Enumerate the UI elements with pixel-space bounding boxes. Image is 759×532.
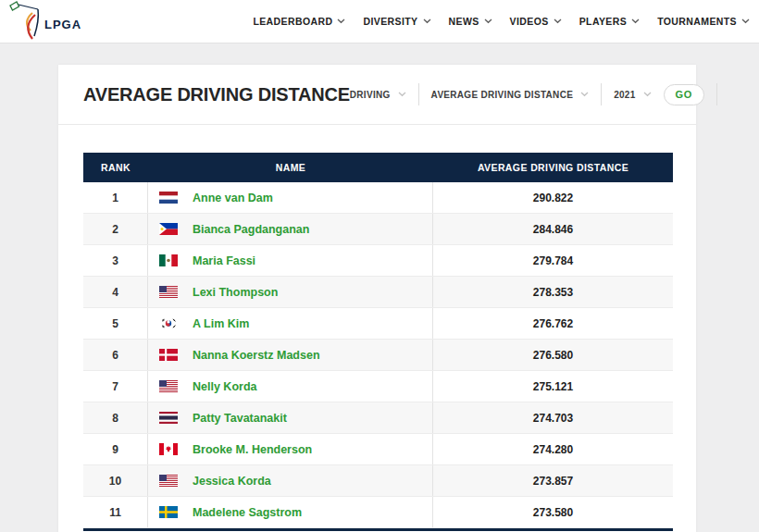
player-name-link[interactable]: Bianca Pagdanganan: [193, 223, 309, 236]
player-name-link[interactable]: Anne van Dam: [193, 192, 273, 204]
table-row: 10Jessica Korda273.857: [83, 465, 673, 497]
go-button[interactable]: GO: [664, 84, 704, 105]
player-name-cell[interactable]: Brooke M. Henderson: [148, 434, 433, 464]
flag-phi-icon: [159, 223, 178, 235]
value-cell: 278.353: [433, 277, 673, 307]
player-name-cell[interactable]: Bianca Pagdanganan: [148, 214, 433, 244]
player-name-cell[interactable]: Nanna Koerstz Madsen: [148, 340, 433, 370]
nav-item-news[interactable]: NEWS: [449, 16, 492, 27]
table-row: 8Patty Tavatanakit274.703: [83, 402, 673, 434]
value-cell: 276.762: [433, 308, 673, 339]
player-name-cell[interactable]: Jessica Korda: [148, 465, 433, 496]
table-row: 6Nanna Koerstz Madsen276.580: [83, 340, 673, 371]
player-name-link[interactable]: Madelene Sagstrom: [193, 506, 302, 519]
table-row: 9Brooke M. Henderson274.280: [83, 434, 673, 465]
nav-item-tournaments[interactable]: TOURNAMENTS: [657, 16, 750, 27]
player-name-cell[interactable]: A Lim Kim: [148, 308, 433, 339]
player-name-cell[interactable]: Maria Fassi: [148, 245, 433, 276]
player-name-cell[interactable]: Nelly Korda: [148, 371, 433, 402]
chevron-down-icon: [337, 19, 345, 24]
year-dropdown-value: 2021: [614, 90, 635, 100]
player-name-cell[interactable]: Anne van Dam: [148, 182, 433, 213]
player-name-cell[interactable]: Lexi Thompson: [148, 277, 433, 307]
main-nav-menu: LEADERBOARDDIVERSITYNEWSVIDEOSPLAYERSTOU…: [253, 16, 750, 27]
stats-table: RANK NAME AVERAGE DRIVING DISTANCE 1Anne…: [83, 153, 673, 531]
player-name-link[interactable]: Lexi Thompson: [193, 286, 278, 299]
rank-cell: 1: [83, 182, 148, 213]
flag-den-icon: [159, 349, 178, 361]
player-name-cell[interactable]: Patty Tavatanakit: [148, 402, 433, 433]
flag-can-icon: [159, 443, 178, 455]
player-name-link[interactable]: Nelly Korda: [193, 380, 256, 393]
table-row: 2Bianca Pagdanganan284.846: [83, 214, 673, 245]
player-name-cell[interactable]: Madelene Sagstrom: [148, 497, 433, 527]
category-dropdown[interactable]: DRIVING: [350, 90, 406, 100]
nav-item-label: VIDEOS: [510, 16, 549, 27]
nav-item-players[interactable]: PLAYERS: [579, 16, 640, 27]
filter-divider: [716, 83, 717, 105]
lpga-golfer-icon: [7, 0, 43, 43]
chevron-down-icon: [741, 19, 750, 24]
stat-dropdown-value: AVERAGE DRIVING DISTANCE: [431, 90, 574, 100]
year-dropdown[interactable]: 2021: [614, 90, 651, 100]
chevron-down-icon: [580, 92, 589, 97]
value-cell: 290.822: [433, 182, 673, 213]
value-cell: 284.846: [433, 214, 673, 244]
rank-cell: 6: [83, 340, 148, 370]
player-name-link[interactable]: Patty Tavatanakit: [193, 412, 287, 425]
table-row: 7Nelly Korda275.121: [83, 371, 673, 402]
nav-item-label: DIVERSITY: [363, 16, 417, 27]
nav-item-videos[interactable]: VIDEOS: [510, 16, 562, 27]
value-cell: 279.784: [433, 245, 673, 276]
player-name-link[interactable]: A Lim Kim: [193, 317, 249, 330]
flag-usa-icon: [159, 475, 178, 487]
flag-nld-icon: [159, 192, 178, 204]
player-name-link[interactable]: Brooke M. Henderson: [193, 443, 312, 456]
filter-divider: [601, 83, 602, 105]
nav-item-label: LEADERBOARD: [253, 16, 332, 27]
rank-cell: 3: [83, 245, 148, 276]
value-cell: 276.580: [433, 340, 673, 370]
page-title: AVERAGE DRIVING DISTANCE: [83, 84, 350, 105]
flag-usa-icon: [159, 286, 178, 298]
stat-filters: DRIVING AVERAGE DRIVING DISTANCE 2021 GO: [350, 83, 717, 105]
table-row: 1Anne van Dam290.822: [83, 182, 673, 214]
filter-divider: [418, 83, 419, 105]
rank-cell: 11: [83, 497, 148, 527]
value-cell: 275.121: [433, 371, 673, 402]
flag-kor-icon: [159, 317, 178, 329]
rank-cell: 4: [83, 277, 148, 307]
table-row: 3Maria Fassi279.784: [83, 245, 673, 277]
value-cell: 273.857: [433, 465, 673, 496]
table-row: 5A Lim Kim276.762: [83, 308, 673, 340]
rank-cell: 7: [83, 371, 148, 402]
nav-item-label: NEWS: [449, 16, 479, 27]
value-cell: 274.280: [433, 434, 673, 464]
category-dropdown-value: DRIVING: [350, 90, 391, 100]
value-cell: 273.580: [433, 497, 673, 527]
chevron-down-icon: [423, 19, 431, 24]
stats-card: AVERAGE DRIVING DISTANCE DRIVING AVERAGE…: [58, 65, 696, 532]
player-name-link[interactable]: Nanna Koerstz Madsen: [193, 349, 320, 362]
table-row: 4Lexi Thompson278.353: [83, 277, 673, 308]
flag-swe-icon: [159, 506, 178, 518]
rank-cell: 5: [83, 308, 148, 339]
chevron-down-icon: [484, 19, 492, 24]
chevron-down-icon: [398, 92, 406, 97]
stat-dropdown[interactable]: AVERAGE DRIVING DISTANCE: [431, 90, 590, 100]
player-name-link[interactable]: Jessica Korda: [193, 475, 271, 488]
lpga-logo-text: LPGA: [44, 18, 81, 31]
rank-cell: 8: [83, 402, 148, 433]
column-header-rank: RANK: [83, 162, 148, 173]
nav-item-label: PLAYERS: [579, 16, 627, 27]
rank-cell: 2: [83, 214, 148, 244]
nav-item-diversity[interactable]: DIVERSITY: [363, 16, 430, 27]
chevron-down-icon: [643, 92, 652, 97]
table-row: 11Madelene Sagstrom273.580: [83, 497, 673, 528]
column-header-name: NAME: [148, 162, 433, 173]
flag-usa-icon: [159, 380, 178, 392]
lpga-logo[interactable]: LPGA: [7, 0, 81, 43]
player-name-link[interactable]: Maria Fassi: [193, 254, 255, 267]
nav-item-leaderboard[interactable]: LEADERBOARD: [253, 16, 345, 27]
nav-item-label: TOURNAMENTS: [657, 16, 737, 27]
